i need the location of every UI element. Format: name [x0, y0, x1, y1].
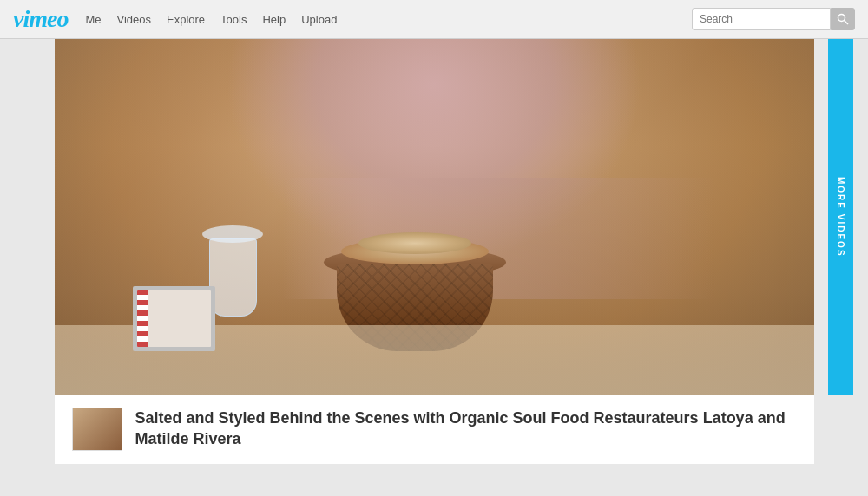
video-thumbnail[interactable] — [55, 39, 814, 395]
svg-line-1 — [845, 21, 849, 25]
nav-item-explore[interactable]: Explore — [167, 13, 205, 26]
main-nav: Me Videos Explore Tools Help Upload — [85, 13, 692, 26]
video-title: Salted and Styled Behind the Scenes with… — [135, 408, 797, 450]
search-icon — [837, 13, 849, 25]
nav-item-help[interactable]: Help — [262, 13, 286, 26]
search-area — [692, 8, 855, 30]
search-button[interactable] — [831, 8, 855, 30]
header: vimeo Me Videos Explore Tools Help Uploa… — [0, 0, 868, 39]
more-videos-tab[interactable]: MORE VIDEOS — [828, 39, 853, 395]
video-thumbnail-small[interactable] — [72, 408, 122, 451]
book — [133, 282, 220, 351]
nav-item-me[interactable]: Me — [85, 13, 101, 26]
vimeo-logo[interactable]: vimeo — [13, 5, 68, 33]
more-videos-label: MORE VIDEOS — [836, 177, 845, 258]
nav-item-upload[interactable]: Upload — [301, 13, 337, 26]
nav-item-videos[interactable]: Videos — [116, 13, 151, 26]
svg-point-0 — [838, 15, 845, 22]
video-info: Salted and Styled Behind the Scenes with… — [55, 395, 814, 464]
main-content: Salted and Styled Behind the Scenes with… — [0, 39, 868, 464]
content-wrapper: Salted and Styled Behind the Scenes with… — [55, 39, 814, 464]
search-input[interactable] — [692, 8, 831, 30]
nav-item-tools[interactable]: Tools — [220, 13, 247, 26]
